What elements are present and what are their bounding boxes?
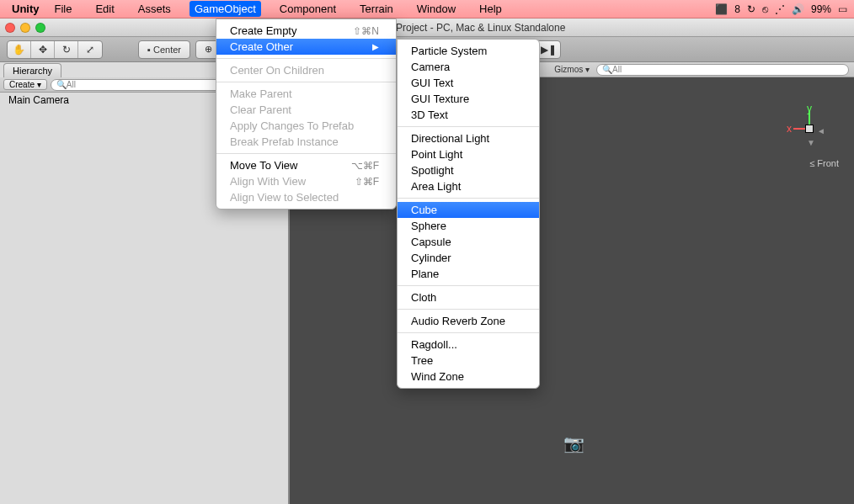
pivot-label: Center: [153, 45, 181, 55]
gameobject-menu-make-parent: Make Parent: [216, 86, 396, 102]
app-name[interactable]: Unity: [12, 3, 40, 15]
create-other-area-light[interactable]: Area Light: [398, 178, 539, 194]
menu-help[interactable]: Help: [474, 1, 507, 17]
gameobject-menu-center-on-children: Center On Children: [216, 62, 396, 78]
z-cone-icon: ◄: [817, 126, 825, 135]
menu-edit[interactable]: Edit: [90, 1, 119, 17]
move-tool[interactable]: ✥: [31, 41, 55, 58]
adobe-icon: ⬛: [715, 3, 728, 15]
battery-icon: ▭: [838, 3, 847, 15]
orientation-gizmo[interactable]: y x ◄ ▼: [783, 103, 834, 153]
pivot-mode[interactable]: ▪ Center: [138, 40, 190, 59]
create-other-submenu: Particle SystemCameraGUI TextGUI Texture…: [397, 39, 540, 389]
hierarchy-create-button[interactable]: Create ▾: [3, 79, 47, 90]
volume-icon: 🔊: [792, 3, 804, 15]
rotate-tool[interactable]: ↻: [55, 41, 78, 58]
close-button[interactable]: [5, 23, 15, 33]
menu-window[interactable]: Window: [412, 1, 461, 17]
gameobject-menu-apply-changes-to-prefab: Apply Changes To Prefab: [216, 118, 396, 134]
create-other-capsule[interactable]: Capsule: [398, 234, 539, 250]
gameobject-menu-break-prefab-instance: Break Prefab Instance: [216, 134, 396, 150]
gameobject-menu-move-to-view[interactable]: Move To View⌥⌘F: [216, 157, 396, 173]
center-icon: ▪: [147, 45, 151, 55]
create-other-point-light[interactable]: Point Light: [398, 146, 539, 162]
sync-icon: ↻: [747, 3, 755, 15]
menu-component[interactable]: Component: [275, 1, 341, 17]
create-other-gui-texture[interactable]: GUI Texture: [398, 91, 539, 107]
menu-assets[interactable]: Assets: [133, 1, 176, 17]
gameobject-menu: Create Empty⇧⌘NCreate Other▶Center On Ch…: [216, 19, 397, 210]
view-label: ≤ Front: [809, 158, 839, 168]
create-other-camera[interactable]: Camera: [398, 59, 539, 75]
step-button[interactable]: ▶❚: [536, 41, 560, 58]
gameobject-menu-create-empty[interactable]: Create Empty⇧⌘N: [216, 23, 396, 39]
global-icon: ⊕: [205, 44, 212, 55]
window-title: Untitled - New Unity Project - PC, Mac &…: [20, 22, 849, 34]
create-other-cloth[interactable]: Cloth: [398, 289, 539, 305]
menu-terrain[interactable]: Terrain: [355, 1, 398, 17]
gameobject-menu-align-view-to-selected: Align View to Selected: [216, 189, 396, 205]
x-axis-label: x: [787, 123, 792, 135]
gameobject-menu-create-other[interactable]: Create Other▶: [216, 39, 396, 55]
gizmo-center-icon: [805, 125, 814, 133]
create-other-3d-text[interactable]: 3D Text: [398, 107, 539, 123]
adobe-count: 8: [734, 3, 740, 15]
create-other-sphere[interactable]: Sphere: [398, 218, 539, 234]
wifi-icon: ⋰: [775, 3, 785, 15]
transform-tools: ✋ ✥ ↻ ⤢: [7, 40, 103, 59]
y-axis-arrow-icon: [809, 111, 810, 125]
create-other-directional-light[interactable]: Directional Light: [398, 130, 539, 146]
z-cone-icon2: ▼: [807, 138, 815, 147]
gameobject-menu-align-with-view: Align With View⇧⌘F: [216, 173, 396, 189]
x-axis-arrow-icon: [793, 128, 805, 130]
create-other-tree[interactable]: Tree: [398, 353, 539, 369]
menu-file[interactable]: File: [50, 1, 77, 17]
hierarchy-tab[interactable]: Hierarchy: [3, 63, 61, 77]
create-other-gui-text[interactable]: GUI Text: [398, 75, 539, 91]
mac-menubar: Unity File Edit Assets GameObject Compon…: [0, 0, 854, 19]
scene-search[interactable]: 🔍 All: [596, 64, 849, 76]
create-other-cylinder[interactable]: Cylinder: [398, 250, 539, 266]
create-other-ragdoll-[interactable]: Ragdoll...: [398, 337, 539, 353]
create-other-plane[interactable]: Plane: [398, 266, 539, 282]
bluetooth-icon: ⎋: [762, 3, 768, 15]
create-other-spotlight[interactable]: Spotlight: [398, 162, 539, 178]
scale-tool[interactable]: ⤢: [78, 41, 102, 58]
hand-tool[interactable]: ✋: [8, 41, 31, 58]
create-other-cube[interactable]: Cube: [398, 202, 539, 218]
create-other-wind-zone[interactable]: Wind Zone: [398, 369, 539, 385]
battery-percent: 99%: [811, 3, 831, 15]
gameobject-menu-clear-parent: Clear Parent: [216, 102, 396, 118]
gizmos-dropdown[interactable]: Gizmos ▾: [554, 65, 590, 74]
camera-icon[interactable]: 📷: [563, 433, 584, 454]
titlebar: Untitled - New Unity Project - PC, Mac &…: [0, 19, 854, 37]
menu-gameobject[interactable]: GameObject: [189, 1, 261, 17]
create-other-particle-system[interactable]: Particle System: [398, 43, 539, 59]
create-other-audio-reverb-zone[interactable]: Audio Reverb Zone: [398, 313, 539, 329]
